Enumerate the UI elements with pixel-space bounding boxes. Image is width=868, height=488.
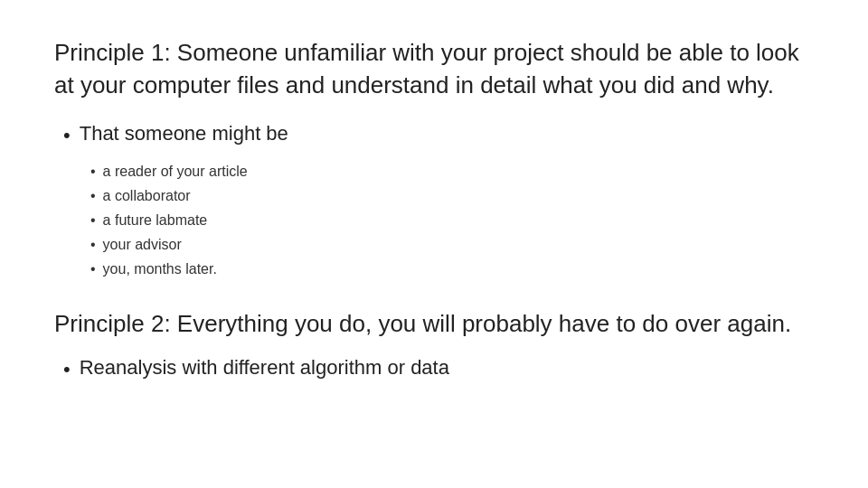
slide-content: Principle 1: Someone unfamiliar with you… [0,0,868,420]
bullet2-item: • Reanalysis with different algorithm or… [63,356,814,384]
subbullet-dot: • [90,208,96,232]
list-item: •a reader of your article [90,159,814,183]
subbullet-dot: • [90,159,96,183]
list-item: •your advisor [90,232,814,257]
bullet1-label: That someone might be [80,122,288,145]
subbullet-dot: • [90,232,96,257]
bullet1-dot: • [63,122,71,150]
subbullet-text: your advisor [103,232,182,257]
subbullet-list: •a reader of your article•a collaborator… [90,159,814,282]
subbullet-dot: • [90,257,96,281]
list-item: •a collaborator [90,183,814,208]
subbullet-text: a future labmate [103,208,208,232]
bullet2-dot: • [63,356,71,384]
principle2-heading: Principle 2: Everything you do, you will… [54,307,814,340]
subbullet-text: a reader of your article [103,159,248,183]
bullet1-item: • That someone might be [63,122,814,150]
bullet2-label: Reanalysis with different algorithm or d… [80,356,449,380]
subbullet-dot: • [90,183,96,208]
list-item: •you, months later. [90,257,814,281]
list-item: •a future labmate [90,208,814,232]
principle1-heading: Principle 1: Someone unfamiliar with you… [54,36,814,102]
subbullet-text: you, months later. [103,257,217,281]
subbullet-text: a collaborator [103,183,191,208]
